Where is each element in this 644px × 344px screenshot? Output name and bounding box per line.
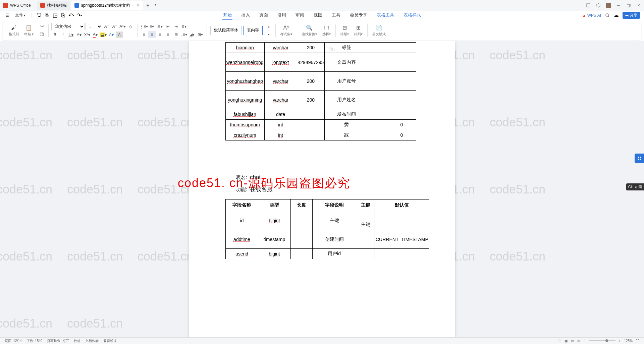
distribute-icon[interactable]: ⊞ xyxy=(172,31,180,38)
db-table-2[interactable]: 字段名称 类型 长度 字段说明 主键 默认值 idbigint主键主键 addt… xyxy=(225,199,429,259)
print-icon[interactable]: 🖶 xyxy=(45,13,49,18)
zoom-level[interactable]: 125% xyxy=(624,339,633,343)
strikethrough-icon[interactable]: A▾ xyxy=(75,32,83,38)
italic-icon[interactable]: I xyxy=(59,32,67,38)
status-words[interactable]: 字数: 1540 xyxy=(26,339,43,343)
tab-page[interactable]: 页面 xyxy=(259,11,269,20)
cut-icon[interactable]: ✂ xyxy=(39,23,46,30)
tab-menu-icon[interactable]: ▫ xyxy=(132,4,133,7)
style-set-button[interactable]: Aᴬ 样式集▾ xyxy=(278,24,294,37)
style-scroll-up-icon[interactable]: ▴ xyxy=(265,23,273,30)
view-mode-3-icon[interactable]: ▭ xyxy=(571,339,574,343)
align-justify-icon[interactable]: ≡ xyxy=(164,31,172,38)
table-row: fabushijiandate发布时间 xyxy=(226,109,416,120)
clear-format-icon[interactable]: ◇ xyxy=(127,23,135,30)
ime-indicator[interactable]: CH ♫ 简 xyxy=(626,183,644,190)
status-spell[interactable]: 拼写检查: 打开 xyxy=(47,339,69,343)
align-center-icon[interactable]: ≡ xyxy=(148,31,156,38)
view-mode-1-icon[interactable]: ☰ xyxy=(558,339,561,343)
style-scroll-down-icon[interactable]: ▾ xyxy=(265,31,273,38)
borders-icon[interactable]: ⊞▾ xyxy=(197,31,204,38)
decrease-indent-icon[interactable]: ⇤ xyxy=(164,23,172,30)
file-menu[interactable]: 文件 ▾ xyxy=(14,12,27,19)
tab-table-tools[interactable]: 表格工具 xyxy=(376,11,395,20)
align-right-icon[interactable]: ≡ xyxy=(156,31,164,38)
view-mode-4-icon[interactable]: ⊞ xyxy=(577,339,580,343)
copy-icon[interactable]: ⿻ xyxy=(39,31,46,38)
bold-icon[interactable]: B xyxy=(51,32,59,38)
tab-document[interactable]: springbooth12fn数据库文档 ▫ ✕ xyxy=(71,1,143,10)
svg-point-7 xyxy=(640,157,641,158)
redo-icon[interactable]: ↷▾ xyxy=(77,13,82,18)
cloud-icon[interactable]: ☁ xyxy=(614,13,619,18)
style-content[interactable]: 表内容 xyxy=(243,26,263,35)
maximize-icon[interactable] xyxy=(626,3,631,8)
font-name-select[interactable]: 华文仿宋 xyxy=(51,23,85,30)
fullscreen-icon[interactable]: ⛶ xyxy=(636,339,639,343)
avatar-icon[interactable] xyxy=(606,3,611,8)
tab-review[interactable]: 审阅 xyxy=(295,11,305,20)
font-color-icon[interactable]: A▾ xyxy=(92,32,99,38)
paste-group[interactable]: 📋 粘贴 ▾ xyxy=(22,24,36,37)
shading-icon[interactable]: ◢▾ xyxy=(189,31,196,38)
style-default[interactable]: 默认段落字体 xyxy=(210,26,242,35)
tab-template[interactable]: 找稻壳模板 xyxy=(37,1,70,10)
format-painter-group[interactable]: 🖌 格式刷 xyxy=(7,24,21,37)
tab-dropdown-icon[interactable]: ▾ xyxy=(152,1,159,10)
arrange-v-button[interactable]: ⊟ 排版▾ xyxy=(338,24,351,37)
status-page[interactable]: 页面: 12/14 xyxy=(5,339,22,343)
tab-start[interactable]: 开始 xyxy=(222,11,232,20)
tab-reference[interactable]: 引用 xyxy=(277,11,287,20)
zoom-in-icon[interactable]: + xyxy=(619,339,621,343)
add-tab-button[interactable]: + xyxy=(144,1,152,10)
save-icon[interactable]: 🖫 xyxy=(37,13,41,18)
change-case-icon[interactable]: Aᵃ▾ xyxy=(119,23,126,30)
arrange-h-button[interactable]: ⊞ 排列▾ xyxy=(352,24,365,37)
hamburger-icon[interactable]: ☰ xyxy=(4,12,10,18)
align-left-icon[interactable]: ≡ xyxy=(140,31,148,38)
bullets-icon[interactable]: ⋮≡▾ xyxy=(140,23,148,30)
find-replace-button[interactable]: 🔍 查找替换▾ xyxy=(300,24,319,37)
page-nav-dropdown[interactable]: ⿴ ▾ xyxy=(329,48,336,52)
multilevel-icon[interactable]: ⊟▾ xyxy=(156,23,164,30)
close-tab-icon[interactable]: ✕ xyxy=(137,3,140,8)
wps-ai-button[interactable]: ▲WPS AI xyxy=(582,13,601,18)
increase-indent-icon[interactable]: ⇥ xyxy=(172,23,180,30)
text-effects-icon[interactable]: A▾ xyxy=(108,32,115,38)
gov-mode-button[interactable]: 📄 公文模式 xyxy=(370,24,388,37)
db-table-1[interactable]: biaoqianvarchar200标签 wenzhangneironglong… xyxy=(225,42,416,140)
window-layout-icon[interactable] xyxy=(586,3,591,8)
tab-tools[interactable]: 工具 xyxy=(331,11,341,20)
tab-settings-icon[interactable]: ⊻▾ xyxy=(180,23,188,30)
status-author[interactable]: 文档作者 xyxy=(85,339,99,343)
underline-icon[interactable]: U▾ xyxy=(67,32,75,38)
zoom-out-icon[interactable]: − xyxy=(583,339,585,343)
minimize-icon[interactable]: ─ xyxy=(616,3,621,8)
undo-icon[interactable]: ↶▾ xyxy=(69,13,73,18)
status-mode[interactable]: 兼容模式 xyxy=(103,339,117,343)
select-button[interactable]: ⬚ 选择▾ xyxy=(320,24,333,37)
tab-view[interactable]: 视图 xyxy=(313,11,323,20)
char-shading-icon[interactable]: A xyxy=(116,32,123,38)
tab-insert[interactable]: 插入 xyxy=(240,11,251,20)
font-size-select[interactable]: 五号 xyxy=(86,23,102,30)
search-icon[interactable] xyxy=(605,13,610,18)
status-proof[interactable]: 校对 xyxy=(74,339,80,343)
share-button[interactable]: ⮪ 分享 xyxy=(623,12,640,19)
side-panel-toggle[interactable] xyxy=(635,154,644,163)
superscript-icon[interactable]: X²▾ xyxy=(84,32,91,38)
numbering-icon[interactable]: ≡▾ xyxy=(148,23,156,30)
increase-font-icon[interactable]: A⁺ xyxy=(103,23,110,30)
close-window-icon[interactable]: ✕ xyxy=(636,3,641,8)
tab-member[interactable]: 会员专享 xyxy=(349,11,368,20)
view-mode-2-icon[interactable]: ▦ xyxy=(565,339,568,343)
zoom-slider[interactable] xyxy=(589,340,615,341)
decrease-font-icon[interactable]: A⁻ xyxy=(111,23,118,30)
print-preview-icon[interactable]: ◲ xyxy=(53,13,57,18)
export-icon[interactable]: ⎘ xyxy=(61,13,65,18)
line-spacing-icon[interactable]: ↕≡▾ xyxy=(180,31,188,38)
cube-icon[interactable] xyxy=(596,3,601,8)
ribbon-tabs: 开始 插入 页面 引用 审阅 视图 工具 会员专享 表格工具 表格样式 xyxy=(222,11,422,20)
highlight-icon[interactable]: ⬓▾ xyxy=(100,32,107,38)
tab-table-style[interactable]: 表格样式 xyxy=(403,11,422,20)
